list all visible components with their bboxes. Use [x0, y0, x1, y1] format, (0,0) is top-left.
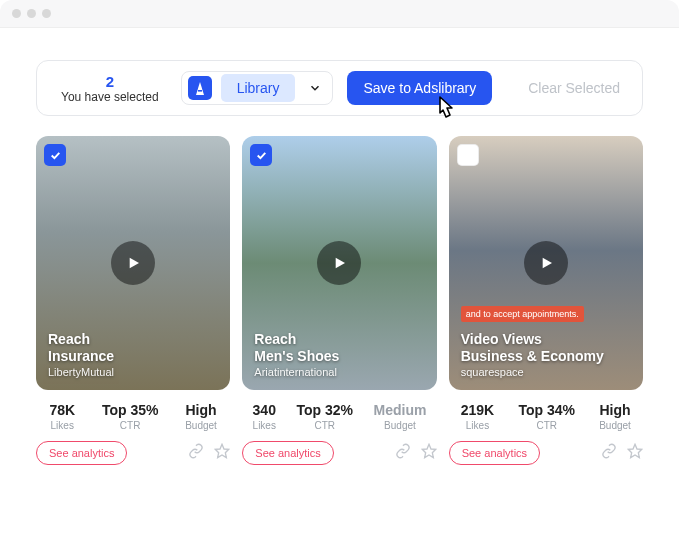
ad-thumbnail[interactable]: Reach Insurance LibertyMutual [36, 136, 230, 390]
ad-thumbnail[interactable]: and to accept appointments. Video Views … [449, 136, 643, 390]
video-caption: and to accept appointments. [461, 306, 584, 322]
play-icon[interactable] [111, 241, 155, 285]
card-footer: See analytics [36, 441, 230, 465]
link-icon[interactable] [395, 443, 411, 463]
ad-thumbnail[interactable]: Reach Men's Shoes Ariatinternational [242, 136, 436, 390]
pointer-cursor-icon [430, 91, 462, 130]
link-icon[interactable] [601, 443, 617, 463]
select-checkbox[interactable] [250, 144, 272, 166]
ad-metric: Video Views [461, 331, 631, 347]
budget-label: Budget [374, 420, 427, 431]
see-analytics-button[interactable]: See analytics [242, 441, 333, 465]
ctr-label: CTR [518, 420, 575, 431]
see-analytics-button[interactable]: See analytics [36, 441, 127, 465]
ad-card: Reach Insurance LibertyMutual 78KLikes T… [36, 136, 230, 465]
select-checkbox[interactable] [457, 144, 479, 166]
budget-value: Medium [374, 402, 427, 418]
traffic-light-dot [27, 9, 36, 18]
window-chrome [0, 0, 679, 28]
svg-marker-3 [216, 444, 229, 457]
ad-category: Business & Economy [461, 348, 631, 364]
star-icon[interactable] [214, 443, 230, 463]
ad-stats: 78KLikes Top 35%CTR HighBudget [36, 402, 230, 431]
selected-label: You have selected [61, 90, 159, 104]
ad-cards-row: Reach Insurance LibertyMutual 78KLikes T… [36, 136, 643, 465]
dropdown-value: Library [221, 74, 296, 102]
likes-label: Likes [253, 420, 276, 431]
ctr-value: Top 32% [296, 402, 353, 418]
ad-metric: Reach [48, 331, 218, 347]
ctr-value: Top 34% [518, 402, 575, 418]
selected-counter: 2 You have selected [53, 73, 167, 104]
ad-metric: Reach [254, 331, 424, 347]
svg-marker-7 [628, 444, 641, 457]
save-button-label: Save to Adslibrary [363, 80, 476, 96]
ad-category: Men's Shoes [254, 348, 424, 364]
select-checkbox[interactable] [44, 144, 66, 166]
likes-value: 78K [49, 402, 75, 418]
likes-value: 219K [461, 402, 494, 418]
play-icon[interactable] [524, 241, 568, 285]
budget-label: Budget [599, 420, 631, 431]
thumbnail-overlay-text: Reach Men's Shoes Ariatinternational [254, 331, 424, 378]
ad-stats: 219KLikes Top 34%CTR HighBudget [449, 402, 643, 431]
ad-brand: Ariatinternational [254, 366, 424, 378]
svg-marker-4 [336, 258, 345, 269]
ad-card: Reach Men's Shoes Ariatinternational 340… [242, 136, 436, 465]
ctr-label: CTR [102, 420, 159, 431]
ad-card: and to accept appointments. Video Views … [449, 136, 643, 465]
likes-value: 340 [253, 402, 276, 418]
save-to-adslibrary-button[interactable]: Save to Adslibrary [347, 71, 492, 105]
thumbnail-overlay-text: Video Views Business & Economy squarespa… [461, 331, 631, 378]
link-icon[interactable] [188, 443, 204, 463]
see-analytics-button[interactable]: See analytics [449, 441, 540, 465]
card-footer: See analytics [242, 441, 436, 465]
budget-value: High [599, 402, 631, 418]
likes-label: Likes [49, 420, 75, 431]
ctr-value: Top 35% [102, 402, 159, 418]
ad-stats: 340Likes Top 32%CTR MediumBudget [242, 402, 436, 431]
card-footer: See analytics [449, 441, 643, 465]
ad-brand: LibertyMutual [48, 366, 218, 378]
play-icon[interactable] [317, 241, 361, 285]
selected-count: 2 [61, 73, 159, 90]
traffic-light-dot [42, 9, 51, 18]
budget-value: High [185, 402, 217, 418]
traffic-light-dot [12, 9, 21, 18]
star-icon[interactable] [627, 443, 643, 463]
ctr-label: CTR [296, 420, 353, 431]
selection-toolbar: 2 You have selected Library Save to Adsl… [36, 60, 643, 116]
ad-category: Insurance [48, 348, 218, 364]
likes-label: Likes [461, 420, 494, 431]
ad-brand: squarespace [461, 366, 631, 378]
adslibrary-logo-icon [182, 76, 218, 100]
svg-marker-6 [542, 258, 551, 269]
star-icon[interactable] [421, 443, 437, 463]
thumbnail-overlay-text: Reach Insurance LibertyMutual [48, 331, 218, 378]
chevron-down-icon [298, 81, 332, 95]
clear-selected-button[interactable]: Clear Selected [522, 80, 626, 96]
library-dropdown[interactable]: Library [181, 71, 334, 105]
budget-label: Budget [185, 420, 217, 431]
svg-marker-2 [130, 258, 139, 269]
svg-marker-5 [422, 444, 435, 457]
svg-rect-1 [198, 90, 202, 92]
